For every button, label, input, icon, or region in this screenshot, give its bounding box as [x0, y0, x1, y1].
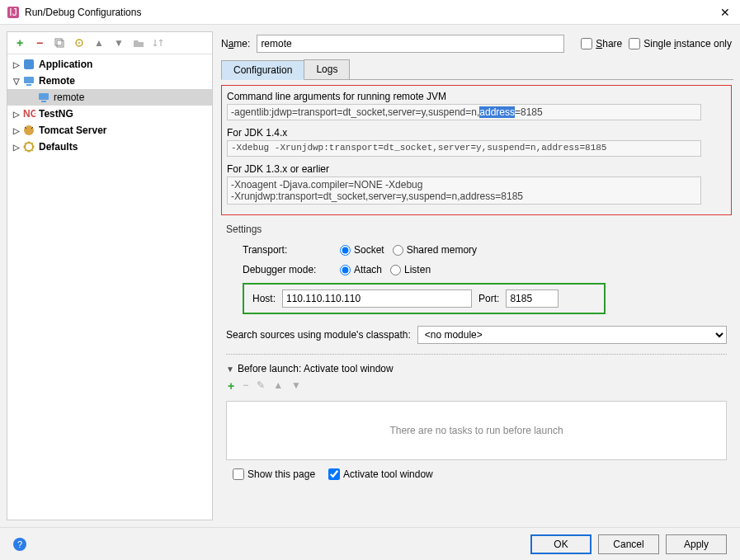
chevron-down-icon[interactable]: ▽	[11, 77, 22, 86]
add-task-button[interactable]: +	[228, 379, 234, 393]
tree-label: Tomcat Server	[39, 125, 106, 136]
window-title: Run/Debug Configurations	[25, 7, 717, 18]
settings-title: Settings	[219, 220, 733, 238]
tree-item-remote[interactable]: ▽ Remote	[7, 73, 212, 89]
config-toolbar: + − ▲ ▼	[7, 32, 212, 54]
remove-config-button[interactable]: −	[32, 35, 47, 50]
copy-config-button[interactable]	[52, 35, 67, 50]
svg-rect-10	[41, 101, 46, 102]
config-tree[interactable]: ▷ Application ▽ Remote remote ▷ NG TestN…	[7, 54, 212, 520]
search-sources-label: Search sources using module's classpath:	[226, 329, 411, 341]
jdk13-label: For JDK 1.3.x or earlier	[227, 163, 726, 175]
settings-button[interactable]	[72, 35, 87, 50]
share-checkbox[interactable]: SSharehare	[581, 38, 622, 49]
svg-rect-7	[24, 77, 34, 83]
debugger-listen-radio[interactable]: Listen	[390, 264, 431, 275]
before-launch-toolbar: + − ✎ ▲ ▼	[226, 374, 727, 398]
transport-label: Transport:	[243, 244, 332, 256]
apply-button[interactable]: Apply	[666, 534, 727, 554]
command-line-args-box: Command line arguments for running remot…	[221, 85, 732, 215]
tree-item-remote-child[interactable]: remote	[7, 89, 212, 106]
host-port-box: Host: Port:	[243, 283, 606, 314]
title-bar: IJ Run/Debug Configurations ✕	[0, 0, 740, 25]
svg-rect-2	[55, 39, 62, 45]
application-icon	[22, 58, 35, 71]
left-panel: + − ▲ ▼ ▷ Application ▽ Remote remote	[7, 31, 213, 520]
host-input[interactable]	[282, 289, 472, 308]
tree-label: Application	[39, 59, 92, 70]
name-input[interactable]	[257, 35, 564, 53]
remove-task-button: −	[243, 379, 248, 393]
debugger-mode-label: Debugger mode:	[243, 264, 332, 275]
name-label: Name:	[221, 38, 250, 49]
tab-configuration[interactable]: Configuration	[221, 60, 304, 80]
jdk14-field[interactable]: -Xdebug -Xrunjdwp:transport=dt_socket,se…	[227, 140, 701, 157]
single-instance-checkbox[interactable]: Single instance only	[629, 38, 732, 49]
help-icon[interactable]: ?	[13, 538, 26, 551]
chevron-right-icon[interactable]: ▷	[11, 126, 22, 135]
tab-bar: Configuration Logs	[221, 59, 733, 80]
edit-task-button: ✎	[257, 379, 265, 393]
transport-socket-radio[interactable]: Socket	[340, 244, 384, 256]
chevron-right-icon[interactable]: ▷	[11, 143, 22, 152]
move-task-down-button: ▼	[291, 379, 301, 393]
close-icon[interactable]: ✕	[717, 6, 733, 19]
tree-label: Remote	[39, 75, 75, 87]
tree-item-application[interactable]: ▷ Application	[7, 56, 212, 73]
app-icon: IJ	[7, 6, 20, 19]
folder-button[interactable]	[131, 35, 146, 50]
debugger-attach-radio[interactable]: Attach	[340, 264, 382, 275]
tree-item-testng[interactable]: ▷ NG TestNG	[7, 106, 212, 122]
svg-rect-3	[57, 40, 64, 47]
svg-text:NG: NG	[23, 108, 35, 120]
right-panel: Name: SSharehare Single instance only Co…	[219, 31, 733, 520]
dialog-footer: ? OK Cancel Apply	[0, 527, 740, 560]
svg-rect-9	[39, 93, 49, 100]
tree-label: Defaults	[39, 141, 78, 153]
testng-icon: NG	[22, 107, 35, 120]
divider	[226, 354, 727, 355]
jdk13-field[interactable]: -Xnoagent -Djava.compiler=NONE -Xdebug-X…	[227, 176, 701, 205]
remote-icon	[22, 74, 35, 87]
move-down-button: ▼	[111, 35, 126, 50]
before-launch-tasks-area[interactable]: There are no tasks to run before launch	[226, 401, 727, 460]
sort-button[interactable]	[151, 35, 166, 50]
defaults-icon	[22, 140, 35, 153]
copy-icon[interactable]	[733, 140, 733, 153]
ok-button[interactable]: OK	[530, 534, 592, 554]
svg-point-5	[78, 42, 80, 44]
jdk14-label: For JDK 1.4.x	[227, 127, 726, 139]
triangle-down-icon: ▼	[226, 365, 234, 374]
activate-tool-window-checkbox[interactable]: Activate tool window	[328, 468, 433, 480]
host-label: Host:	[252, 293, 276, 304]
port-input[interactable]	[506, 289, 559, 308]
move-up-button: ▲	[92, 35, 106, 50]
remote-leaf-icon	[37, 91, 50, 104]
add-config-button[interactable]: +	[12, 35, 27, 50]
move-task-up-button: ▲	[273, 379, 283, 393]
tree-item-defaults[interactable]: ▷ Defaults	[7, 139, 212, 155]
tomcat-icon	[22, 124, 35, 137]
chevron-right-icon[interactable]: ▷	[11, 60, 22, 69]
tree-label: remote	[54, 92, 84, 103]
cmd-title: Command line arguments for running remot…	[227, 91, 726, 102]
svg-point-12	[24, 125, 34, 135]
port-label: Port:	[478, 293, 499, 304]
before-launch-heading[interactable]: ▼ Before launch: Activate tool window	[226, 363, 727, 374]
tab-logs[interactable]: Logs	[304, 59, 350, 79]
svg-rect-8	[26, 84, 31, 86]
chevron-right-icon[interactable]: ▷	[11, 110, 22, 119]
tree-item-tomcat[interactable]: ▷ Tomcat Server	[7, 122, 212, 139]
show-this-page-checkbox[interactable]: Show this page	[233, 468, 315, 480]
cancel-button[interactable]: Cancel	[598, 534, 659, 554]
transport-shared-radio[interactable]: Shared memory	[393, 244, 477, 256]
cmd-args-field[interactable]: -agentlib:jdwp=transport=dt_socket,serve…	[227, 104, 701, 120]
tree-label: TestNG	[39, 108, 73, 120]
svg-text:IJ: IJ	[9, 7, 16, 18]
copy-icon[interactable]	[733, 104, 733, 117]
svg-rect-6	[24, 59, 34, 69]
module-classpath-select[interactable]: <no module>	[417, 326, 727, 344]
